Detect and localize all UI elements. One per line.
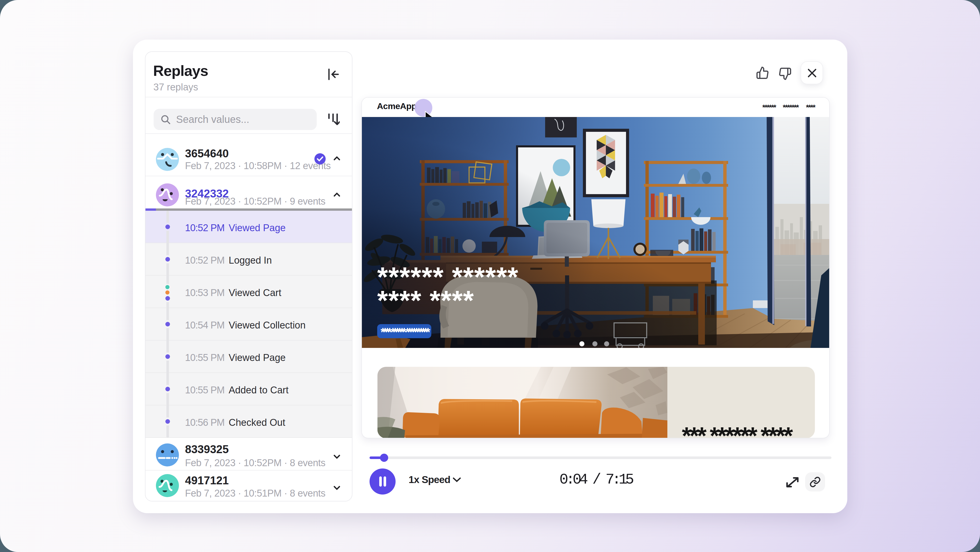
svg-text:**** ****: **** ****	[377, 285, 474, 316]
svg-text:**** ****** **********: **** ****** **********	[380, 325, 430, 339]
